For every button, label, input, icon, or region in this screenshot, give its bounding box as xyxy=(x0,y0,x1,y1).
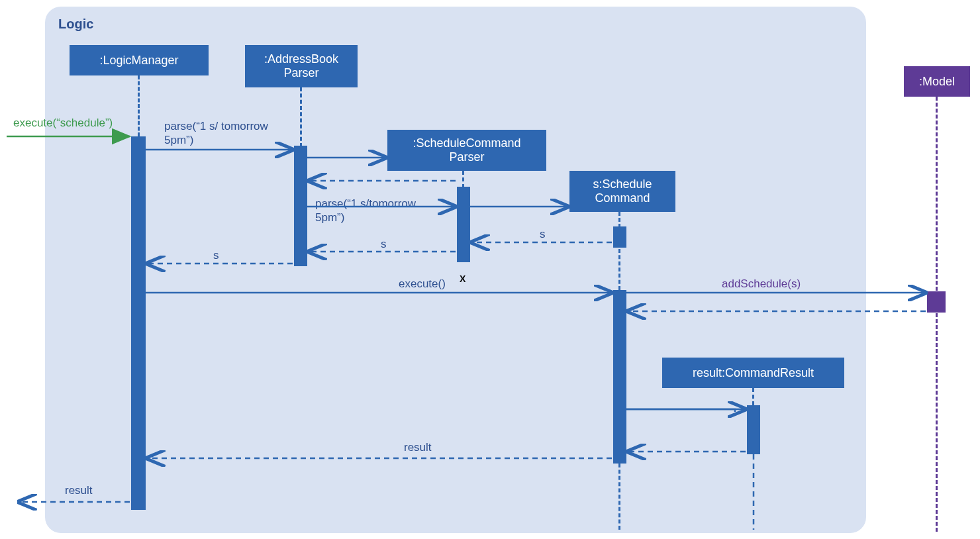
lifeline-addressbook-parser-top xyxy=(300,87,302,147)
activation-addressbook-parser xyxy=(294,146,307,266)
participant-label: result:CommandResult xyxy=(693,366,814,380)
msg-parse-1: parse(“1 s/ tomorrow 5pm”) xyxy=(164,119,268,148)
terminate-icon: X xyxy=(460,273,466,284)
participant-label: :LogicManager xyxy=(99,54,178,68)
activation-schedule-command-parser xyxy=(457,187,470,262)
participant-label: :ScheduleCommand Parser xyxy=(413,136,520,164)
msg-execute2: execute() xyxy=(399,277,446,291)
frame-title: Logic xyxy=(58,17,93,32)
participant-label: :Model xyxy=(919,75,955,89)
participant-label: :AddressBook Parser xyxy=(264,52,338,80)
participant-addressbook-parser: :AddressBook Parser xyxy=(245,45,358,87)
msg-return-result2: result xyxy=(65,483,93,497)
activation-model xyxy=(927,291,946,313)
msg-return-s3: s xyxy=(213,248,219,262)
lifeline-logic-manager-top xyxy=(138,75,140,136)
participant-command-result: result:CommandResult xyxy=(662,358,844,388)
msg-parse-2: parse(“1 s/tomorrow 5pm”) xyxy=(315,197,416,225)
lifeline-model-top xyxy=(936,97,938,291)
participant-label: s:Schedule Command xyxy=(593,177,652,205)
lifeline-schedule-command-parser-top xyxy=(462,171,464,188)
participant-schedule-command-parser: :ScheduleCommand Parser xyxy=(387,130,546,171)
participant-schedule-command: s:Schedule Command xyxy=(569,171,675,212)
lifeline-model-bottom xyxy=(936,313,938,532)
msg-add-schedule: addSchedule(s) xyxy=(722,277,801,291)
participant-model: :Model xyxy=(904,66,970,97)
activation-schedule-command-1 xyxy=(613,226,626,248)
lifeline-schedule-command-top xyxy=(618,212,620,228)
lifeline-schedule-command-mid xyxy=(618,249,620,290)
lifeline-command-result-top xyxy=(752,388,754,405)
activation-command-result xyxy=(747,405,760,454)
msg-return-s1: s xyxy=(540,227,546,241)
lifeline-schedule-command-bottom xyxy=(618,464,620,530)
activation-logic-manager xyxy=(131,136,146,510)
msg-return-result1: result xyxy=(404,440,432,454)
participant-logic-manager: :LogicManager xyxy=(70,45,209,75)
msg-execute-schedule: execute(“schedule”) xyxy=(13,116,113,130)
activation-schedule-command-2 xyxy=(613,290,626,464)
logic-frame: Logic xyxy=(45,7,866,533)
msg-return-s2: s xyxy=(381,237,387,251)
